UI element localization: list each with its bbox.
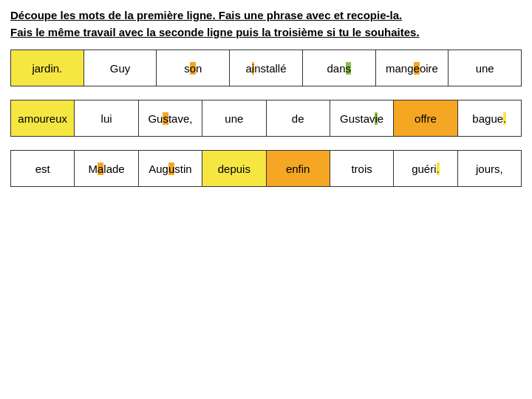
instruction-line2: Fais le même travail avec la seconde lig… xyxy=(10,26,420,38)
word-cell-2-2: lui xyxy=(75,100,138,136)
word-cell-1-3: son xyxy=(157,50,230,86)
word-rows: jardin.Guysona installédansmangeoireunea… xyxy=(10,50,522,187)
word-cell-2-3: Gustave, xyxy=(139,100,202,136)
word-cell-2-8: bague. xyxy=(458,100,521,136)
word-cell-3-7: guéri. xyxy=(394,151,457,186)
word-cell-2-6: Gustavie xyxy=(330,100,394,136)
word-row-1: jardin.Guysona installédansmangeoireune xyxy=(10,50,522,86)
word-row-2: amoureuxluiGustave,unedeGustavieoffrebag… xyxy=(10,100,522,137)
instructions: Découpe les mots de la première ligne. F… xyxy=(10,7,522,41)
word-cell-3-5: enfin xyxy=(267,151,330,186)
word-cell-3-6: trois xyxy=(330,151,394,186)
word-row-3: estMaladeAugustindepuisenfintroisguéri.j… xyxy=(10,150,522,187)
word-cell-3-2: Malade xyxy=(75,151,138,186)
word-cell-2-1: amoureux xyxy=(11,100,75,136)
word-cell-2-5: de xyxy=(267,100,330,136)
word-cell-3-4: depuis xyxy=(202,151,266,186)
word-cell-1-2: Guy xyxy=(84,50,157,86)
word-cell-1-5: dans xyxy=(303,50,376,86)
word-cell-3-1: est xyxy=(11,151,75,186)
word-cell-3-8: jours, xyxy=(458,151,521,186)
word-cell-2-7: offre xyxy=(394,100,457,136)
word-cell-1-7: une xyxy=(449,50,521,86)
word-cell-2-4: une xyxy=(202,100,266,136)
word-cell-1-4: a installé xyxy=(230,50,303,86)
word-cell-3-3: Augustin xyxy=(139,151,202,186)
word-cell-1-6: mangeoire xyxy=(376,50,449,86)
word-cell-1-1: jardin. xyxy=(11,50,84,86)
instruction-line1: Découpe les mots de la première ligne. F… xyxy=(10,9,402,21)
